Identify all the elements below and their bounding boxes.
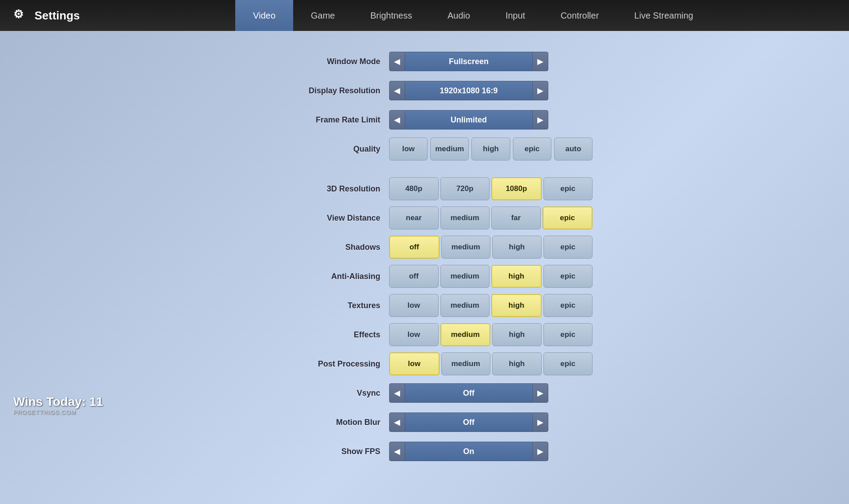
motion-blur-control: ◀ Off ▶ — [389, 412, 548, 432]
display-resolution-right-arrow[interactable]: ▶ — [532, 81, 548, 100]
quality-btn-medium[interactable]: medium — [430, 137, 469, 160]
effects-btn-medium[interactable]: medium — [440, 323, 491, 346]
view-distance-label: View Distance — [256, 214, 389, 223]
resolution-3d-btn-group: 480p 720p 1080p epic — [389, 177, 593, 200]
resolution-3d-label: 3D Resolution — [256, 184, 389, 194]
textures-row: Textures low medium high epic — [256, 293, 593, 318]
show-fps-right-arrow[interactable]: ▶ — [532, 442, 548, 461]
motion-blur-row: Motion Blur ◀ Off ▶ — [256, 409, 593, 435]
anti-aliasing-btn-high[interactable]: high — [491, 265, 542, 288]
quality-label: Quality — [256, 145, 389, 154]
effects-row: Effects low medium high epic — [256, 322, 593, 347]
effects-btn-low[interactable]: low — [389, 323, 439, 346]
tab-audio[interactable]: Audio — [430, 0, 488, 31]
frame-rate-limit-label: Frame Rate Limit — [256, 115, 389, 125]
tab-controller[interactable]: Controller — [543, 0, 617, 31]
anti-aliasing-label: Anti-Aliasing — [256, 272, 389, 281]
view-distance-row: View Distance near medium far epic — [256, 205, 593, 231]
tab-video[interactable]: Video — [235, 0, 293, 31]
gear-icon: ⚙ — [13, 8, 29, 23]
resolution-3d-row: 3D Resolution 480p 720p 1080p epic — [256, 176, 593, 202]
quality-btn-group: low medium high epic auto — [389, 137, 593, 160]
view-distance-btn-medium[interactable]: medium — [440, 206, 490, 229]
textures-btn-low[interactable]: low — [389, 294, 439, 317]
shadows-label: Shadows — [256, 243, 389, 252]
motion-blur-label: Motion Blur — [256, 418, 389, 427]
display-resolution-control: ◀ 1920x1080 16:9 ▶ — [389, 81, 548, 100]
shadows-row: Shadows off medium high epic — [256, 234, 593, 260]
shadows-btn-medium[interactable]: medium — [441, 236, 491, 259]
vsync-left-arrow[interactable]: ◀ — [389, 383, 405, 403]
anti-aliasing-btn-off[interactable]: off — [389, 265, 439, 288]
textures-btn-epic[interactable]: epic — [543, 294, 593, 317]
app-title: ⚙ Settings — [0, 8, 97, 23]
wins-today-count: Wins Today: 11 — [13, 395, 103, 409]
top-navigation-bar: ⚙ Settings Video Game Brightness Audio I… — [0, 0, 849, 31]
effects-btn-high[interactable]: high — [492, 323, 542, 346]
effects-btn-epic[interactable]: epic — [543, 323, 593, 346]
shadows-btn-off[interactable]: off — [389, 236, 440, 259]
wins-today-sub: PROSETTINGS.COM — [13, 409, 103, 416]
vsync-label: Vsync — [256, 389, 389, 398]
post-processing-btn-low[interactable]: low — [389, 352, 440, 375]
resolution-3d-btn-1080p[interactable]: 1080p — [491, 177, 542, 200]
show-fps-row: Show FPS ◀ On ▶ — [256, 439, 593, 464]
resolution-3d-btn-720p[interactable]: 720p — [440, 177, 490, 200]
quality-btn-auto[interactable]: auto — [554, 137, 593, 160]
divider-1 — [256, 165, 593, 172]
app-title-text: Settings — [34, 9, 80, 23]
frame-rate-limit-row: Frame Rate Limit ◀ Unlimited ▶ — [256, 107, 593, 133]
anti-aliasing-btn-epic[interactable]: epic — [543, 265, 593, 288]
frame-rate-limit-left-arrow[interactable]: ◀ — [389, 110, 405, 130]
post-processing-btn-group: low medium high epic — [389, 352, 593, 375]
tab-live-streaming[interactable]: Live Streaming — [616, 0, 711, 31]
show-fps-control: ◀ On ▶ — [389, 442, 548, 461]
textures-btn-high[interactable]: high — [491, 294, 542, 317]
frame-rate-limit-control: ◀ Unlimited ▶ — [389, 110, 548, 130]
shadows-btn-epic[interactable]: epic — [543, 236, 593, 259]
effects-btn-group: low medium high epic — [389, 323, 593, 346]
quality-row: Quality low medium high epic auto — [256, 136, 593, 162]
display-resolution-left-arrow[interactable]: ◀ — [389, 81, 405, 100]
frame-rate-limit-right-arrow[interactable]: ▶ — [532, 110, 548, 130]
post-processing-btn-epic[interactable]: epic — [543, 352, 593, 375]
post-processing-btn-medium[interactable]: medium — [441, 352, 491, 375]
settings-panel: Window Mode ◀ Fullscreen ▶ Display Resol… — [256, 49, 593, 464]
quality-btn-low[interactable]: low — [389, 137, 428, 160]
display-resolution-row: Display Resolution ◀ 1920x1080 16:9 ▶ — [256, 78, 593, 103]
window-mode-right-arrow[interactable]: ▶ — [532, 52, 548, 71]
vsync-row: Vsync ◀ Off ▶ — [256, 380, 593, 406]
tab-brightness[interactable]: Brightness — [353, 0, 430, 31]
quality-btn-high[interactable]: high — [471, 137, 510, 160]
show-fps-left-arrow[interactable]: ◀ — [389, 442, 405, 461]
window-mode-row: Window Mode ◀ Fullscreen ▶ — [256, 49, 593, 74]
shadows-btn-group: off medium high epic — [389, 236, 593, 259]
window-mode-left-arrow[interactable]: ◀ — [389, 52, 405, 71]
tab-input[interactable]: Input — [488, 0, 543, 31]
post-processing-btn-high[interactable]: high — [492, 352, 542, 375]
quality-btn-epic[interactable]: epic — [513, 137, 551, 160]
window-mode-value: Fullscreen — [405, 52, 532, 71]
shadows-btn-high[interactable]: high — [492, 236, 542, 259]
frame-rate-limit-value: Unlimited — [405, 110, 532, 130]
resolution-3d-btn-480p[interactable]: 480p — [389, 177, 439, 200]
nav-tabs: Video Game Brightness Audio Input Contro… — [97, 0, 849, 31]
anti-aliasing-btn-medium[interactable]: medium — [440, 265, 490, 288]
wins-today-section: Wins Today: 11 PROSETTINGS.COM — [13, 395, 103, 416]
textures-label: Textures — [256, 301, 389, 310]
resolution-3d-btn-epic[interactable]: epic — [543, 177, 593, 200]
effects-label: Effects — [256, 330, 389, 340]
main-content: Window Mode ◀ Fullscreen ▶ Display Resol… — [0, 31, 849, 473]
view-distance-btn-far[interactable]: far — [491, 206, 541, 229]
anti-aliasing-row: Anti-Aliasing off medium high epic — [256, 263, 593, 289]
textures-btn-group: low medium high epic — [389, 294, 593, 317]
post-processing-row: Post Processing low medium high epic — [256, 351, 593, 377]
vsync-right-arrow[interactable]: ▶ — [532, 383, 548, 403]
motion-blur-left-arrow[interactable]: ◀ — [389, 412, 405, 432]
view-distance-btn-epic[interactable]: epic — [543, 206, 593, 229]
tab-game[interactable]: Game — [293, 0, 352, 31]
motion-blur-right-arrow[interactable]: ▶ — [532, 412, 548, 432]
window-mode-control: ◀ Fullscreen ▶ — [389, 52, 548, 71]
view-distance-btn-near[interactable]: near — [389, 206, 439, 229]
textures-btn-medium[interactable]: medium — [440, 294, 490, 317]
